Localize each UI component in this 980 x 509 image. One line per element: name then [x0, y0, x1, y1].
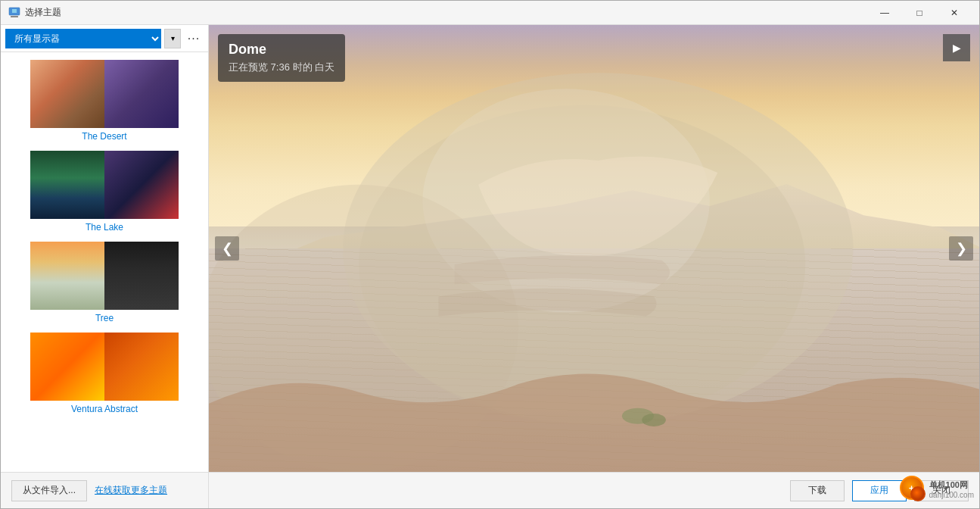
- preview-info-overlay: Dome 正在预览 7:36 时的 白天: [218, 34, 345, 82]
- app-window: 选择主题 — □ ✕ 所有显示器 ▾ ···: [0, 0, 980, 509]
- theme-list: The Desert The Lake Tree: [1, 52, 208, 472]
- watermark-logo: +: [900, 476, 927, 503]
- theme-thumbnail-lake: [30, 151, 179, 219]
- watermark-text: 单机100网 danji100.com: [929, 479, 974, 499]
- svg-point-8: [642, 414, 666, 426]
- apply-button[interactable]: 应用: [852, 480, 907, 501]
- display-selector[interactable]: 所有显示器: [5, 29, 161, 48]
- watermark: + 单机100网 danji100.com: [900, 476, 974, 503]
- theme-thumbnail-tree: [30, 242, 179, 310]
- theme-item-tree[interactable]: Tree: [1, 237, 208, 328]
- preview-title: Dome: [229, 42, 334, 58]
- thumb-half-tree-left: [30, 242, 104, 310]
- window-title: 选择主题: [25, 6, 867, 19]
- dropdown-bar: 所有显示器 ▾ ···: [1, 25, 208, 52]
- thumb-half-ventura-left: [30, 333, 104, 401]
- thumb-half-left: [30, 60, 104, 128]
- left-bottom-bar: 从文件导入... 在线获取更多主题: [1, 472, 208, 508]
- maximize-button[interactable]: □: [902, 1, 937, 25]
- nav-prev-button[interactable]: ❮: [215, 236, 239, 261]
- preview-area: Dome 正在预览 7:36 时的 白天 ▶ ❮ ❯ 21.4 MB: [209, 25, 979, 472]
- theme-name-tree: Tree: [95, 313, 114, 323]
- main-content: 所有显示器 ▾ ··· The Desert: [1, 25, 979, 508]
- minimize-button[interactable]: —: [867, 1, 902, 25]
- import-button[interactable]: 从文件导入...: [11, 480, 87, 501]
- theme-thumbnail-ventura: [30, 333, 179, 401]
- theme-name-desert: The Desert: [82, 131, 126, 142]
- thumb-half-tree-right: [104, 242, 179, 310]
- preview-image: Dome 正在预览 7:36 时的 白天 ▶ ❮ ❯: [209, 25, 979, 472]
- download-button[interactable]: 下载: [790, 480, 845, 501]
- theme-item-lake[interactable]: The Lake: [1, 146, 208, 237]
- more-options-button[interactable]: ···: [184, 29, 204, 48]
- dropdown-arrow-icon[interactable]: ▾: [164, 29, 181, 48]
- thumb-half-lake-left: [30, 151, 104, 219]
- more-themes-link[interactable]: 在线获取更多主题: [95, 484, 167, 497]
- right-panel: Dome 正在预览 7:36 时的 白天 ▶ ❮ ❯ 21.4 MB: [209, 25, 979, 508]
- theme-item-desert[interactable]: The Desert: [1, 55, 208, 146]
- close-window-button[interactable]: ✕: [937, 1, 972, 25]
- rock-svg: [209, 25, 979, 472]
- thumb-half-ventura-right: [104, 333, 179, 401]
- window-controls: — □ ✕: [867, 1, 972, 25]
- preview-subtitle: 正在预览 7:36 时的 白天: [229, 61, 334, 74]
- theme-thumbnail-desert: [30, 60, 179, 128]
- nav-next-button[interactable]: ❯: [949, 236, 973, 261]
- action-bar: 下载 应用 关闭: [209, 472, 979, 508]
- left-panel: 所有显示器 ▾ ··· The Desert: [1, 25, 209, 508]
- thumb-half-lake-right: [104, 151, 179, 219]
- title-bar: 选择主题 — □ ✕: [1, 1, 979, 25]
- theme-name-lake: The Lake: [86, 222, 123, 233]
- window-icon: [8, 7, 20, 19]
- theme-name-ventura: Ventura Abstract: [71, 404, 138, 414]
- svg-rect-1: [11, 16, 18, 17]
- thumb-half-right: [104, 60, 179, 128]
- svg-rect-2: [12, 9, 17, 13]
- theme-item-ventura[interactable]: Ventura Abstract: [1, 328, 208, 419]
- play-button[interactable]: ▶: [943, 34, 970, 61]
